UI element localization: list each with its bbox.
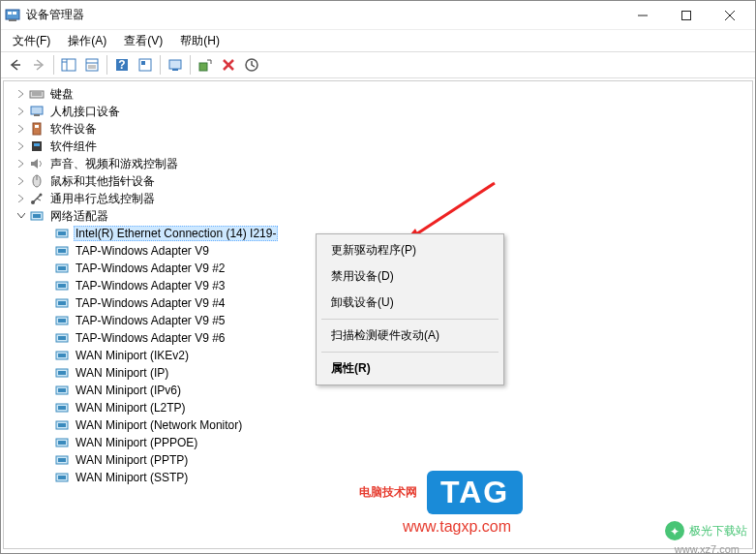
usb-icon: [29, 191, 45, 206]
svg-rect-30: [31, 107, 43, 114]
mouse-icon: [29, 173, 45, 189]
chevron-right-icon[interactable]: [15, 140, 27, 152]
tree-node-hid[interactable]: 人机接口设备: [8, 103, 742, 120]
chevron-right-icon[interactable]: [15, 193, 27, 204]
tree-node-sound[interactable]: 声音、视频和游戏控制器: [8, 155, 742, 172]
chevron-right-icon[interactable]: [15, 123, 27, 135]
svg-rect-63: [58, 388, 66, 392]
tree-label: TAP-Windows Adapter V9 #6: [74, 331, 227, 345]
menu-action[interactable]: 操作(A): [60, 31, 114, 51]
watermark-jxz-text: 极光下载站: [689, 523, 747, 539]
help-button[interactable]: ?: [111, 54, 133, 76]
tree-node-network[interactable]: 网络适配器: [8, 207, 742, 225]
tree-label: WAN Miniport (PPTP): [74, 453, 190, 467]
close-button[interactable]: [708, 2, 751, 29]
tree-label: WAN Miniport (IPv6): [74, 384, 183, 397]
svg-rect-5: [681, 11, 690, 19]
tree-node-adapter[interactable]: WAN Miniport (PPTP): [8, 451, 742, 469]
svg-line-41: [37, 199, 41, 200]
star-icon: ✦: [664, 520, 685, 541]
toolbar-separator: [190, 55, 191, 75]
software-device-icon: [29, 121, 45, 137]
tree-label: Intel(R) Ethernet Connection (14) I219-: [74, 226, 278, 241]
show-hide-tree-button[interactable]: [58, 54, 79, 76]
watermark-url: www.tagxp.com: [403, 518, 511, 536]
tree-node-adapter[interactable]: WAN Miniport (L2TP): [8, 399, 742, 416]
network-adapter-icon: [54, 417, 70, 433]
svg-rect-43: [33, 214, 41, 218]
scan-hardware-button[interactable]: [165, 54, 186, 76]
chevron-down-icon[interactable]: [15, 210, 27, 222]
tree-node-adapter[interactable]: WAN Miniport (PPPOE): [8, 434, 742, 451]
svg-point-40: [40, 194, 43, 197]
ctx-disable-device[interactable]: 禁用设备(D): [319, 263, 500, 290]
chevron-right-icon[interactable]: [15, 88, 27, 100]
update-driver-button[interactable]: [195, 54, 216, 76]
tree-node-software-components[interactable]: 软件组件: [8, 138, 742, 155]
tree-node-adapter[interactable]: WAN Miniport (Network Monitor): [8, 416, 742, 434]
chevron-right-icon[interactable]: [15, 175, 27, 187]
svg-rect-35: [34, 143, 40, 146]
network-adapter-icon: [54, 295, 70, 311]
action-button[interactable]: [135, 54, 156, 76]
svg-rect-71: [58, 458, 66, 462]
tree-node-software-devices[interactable]: 软件设备: [8, 120, 742, 138]
svg-rect-73: [58, 476, 66, 479]
network-adapter-icon: [29, 208, 45, 224]
tree-label: WAN Miniport (Network Monitor): [74, 418, 244, 432]
ctx-properties[interactable]: 属性(R): [319, 355, 500, 382]
svg-rect-33: [35, 125, 39, 128]
menu-file[interactable]: 文件(F): [5, 31, 58, 51]
tree-label: TAP-Windows Adapter V9 #2: [74, 262, 227, 275]
ctx-scan-hardware[interactable]: 扫描检测硬件改动(A): [319, 323, 500, 349]
tree-label: 软件设备: [48, 121, 99, 138]
toolbar-separator: [106, 55, 107, 75]
svg-rect-49: [58, 266, 66, 270]
svg-rect-67: [58, 423, 66, 427]
tree-label: 声音、视频和游戏控制器: [48, 156, 180, 172]
svg-rect-65: [58, 406, 66, 410]
tree-label: WAN Miniport (IKEv2): [74, 349, 191, 362]
svg-rect-59: [58, 354, 66, 357]
back-button[interactable]: [5, 54, 26, 76]
forward-button[interactable]: [28, 54, 49, 76]
ctx-uninstall-device[interactable]: 卸载设备(U): [319, 290, 500, 316]
disable-button[interactable]: [241, 54, 262, 76]
tree-node-keyboard[interactable]: 键盘: [8, 85, 742, 103]
tree-label: TAP-Windows Adapter V9 #3: [74, 279, 227, 292]
window-controls: [620, 2, 751, 29]
app-icon: [5, 8, 20, 23]
uninstall-button[interactable]: [218, 54, 239, 76]
svg-rect-55: [58, 319, 66, 323]
hid-icon: [29, 104, 45, 119]
svg-text:?: ?: [118, 58, 125, 72]
window-title: 设备管理器: [26, 7, 620, 23]
tree-label: WAN Miniport (SSTP): [74, 471, 190, 484]
tree-label: 网络适配器: [48, 208, 110, 225]
svg-rect-13: [86, 59, 98, 71]
tree-node-usb[interactable]: 通用串行总线控制器: [8, 190, 742, 207]
network-adapter-icon: [54, 348, 70, 363]
menu-help[interactable]: 帮助(H): [172, 31, 227, 51]
tree-label: 软件组件: [48, 138, 99, 155]
svg-rect-21: [169, 60, 181, 69]
keyboard-icon: [29, 86, 45, 102]
menu-view[interactable]: 查看(V): [116, 31, 170, 51]
speaker-icon: [29, 156, 45, 171]
svg-rect-10: [62, 59, 76, 71]
ctx-separator: [321, 352, 499, 353]
software-component-icon: [29, 138, 45, 154]
properties-button[interactable]: [81, 54, 103, 76]
svg-rect-53: [58, 301, 66, 305]
chevron-right-icon[interactable]: [15, 106, 27, 117]
network-adapter-icon: [54, 400, 70, 416]
toolbar-separator: [53, 55, 54, 75]
tree-node-mouse[interactable]: 鼠标和其他指针设备: [8, 172, 742, 190]
maximize-button[interactable]: [664, 2, 708, 29]
chevron-right-icon[interactable]: [15, 158, 27, 169]
network-adapter-icon: [54, 383, 70, 398]
ctx-update-driver[interactable]: 更新驱动程序(P): [319, 237, 500, 263]
tree-label: 鼠标和其他指针设备: [48, 173, 157, 190]
network-adapter-icon: [54, 452, 70, 468]
minimize-button[interactable]: [620, 2, 664, 29]
